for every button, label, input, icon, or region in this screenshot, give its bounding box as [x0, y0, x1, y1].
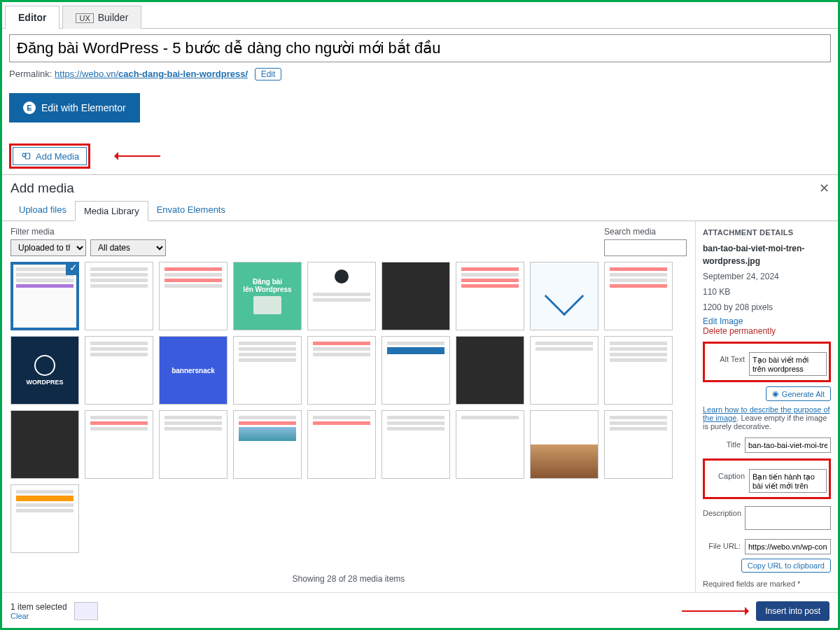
permalink-label: Permalink: — [9, 69, 52, 79]
media-thumb[interactable] — [604, 410, 673, 479]
media-thumb[interactable] — [456, 336, 524, 405]
details-header: ATTACHMENT DETAILS — [703, 228, 831, 237]
generate-alt-button[interactable]: ◉Generate Alt — [766, 386, 831, 401]
edit-image-link[interactable]: Edit Image — [703, 316, 831, 326]
permalink-row: Permalink: https://webo.vn/cach-dang-bai… — [9, 68, 831, 80]
media-icon — [20, 150, 31, 162]
selected-thumb[interactable] — [74, 602, 98, 620]
media-thumb[interactable] — [233, 336, 302, 405]
attachment-title-input[interactable] — [745, 438, 831, 453]
media-thumb[interactable] — [604, 336, 673, 405]
tab-envato[interactable]: Envato Elements — [148, 200, 234, 220]
alt-label: Alt Text — [707, 352, 745, 363]
elementor-label: Edit with Elementor — [41, 102, 126, 113]
clear-selection-link[interactable]: Clear — [10, 612, 67, 620]
media-thumb[interactable]: WORDPRES — [10, 336, 79, 405]
permalink-edit-button[interactable]: Edit — [255, 68, 282, 80]
required-note: Required fields are marked * — [703, 580, 831, 588]
tab-media-library[interactable]: Media Library — [75, 201, 148, 221]
media-thumb[interactable] — [307, 336, 376, 405]
description-label: Description — [703, 506, 741, 517]
thumb-text: lên Wordpress — [243, 286, 291, 293]
showing-count: Showing 28 of 28 media items — [10, 574, 687, 584]
media-thumb[interactable] — [85, 336, 153, 405]
modal-title: Add media — [10, 181, 74, 196]
alt-help: Learn how to describe the purpose of the… — [703, 405, 831, 430]
modal-tabs: Upload files Media Library Envato Elemen… — [2, 200, 838, 221]
media-thumb[interactable] — [10, 410, 79, 479]
media-thumb[interactable] — [456, 410, 524, 479]
permalink-slug: cach-dang-bai-len-wordpress/ — [118, 69, 248, 79]
ux-icon: UX — [76, 13, 93, 23]
fileurl-label: File URL: — [703, 539, 741, 550]
file-size: 110 KB — [703, 286, 831, 298]
media-thumb[interactable] — [159, 410, 227, 479]
thumb-text: bannersnack — [172, 367, 215, 374]
copy-url-button[interactable]: Copy URL to clipboard — [741, 559, 831, 573]
title-label: Title — [703, 438, 741, 449]
check-icon: ✓ — [66, 262, 79, 275]
add-media-modal: Add media ✕ Upload files Media Library E… — [2, 174, 838, 629]
tab-upload[interactable]: Upload files — [10, 200, 75, 220]
media-thumb[interactable] — [233, 410, 302, 479]
media-thumb[interactable] — [85, 262, 153, 330]
media-thumb[interactable] — [10, 484, 79, 553]
add-media-button[interactable]: Add Media — [13, 147, 87, 165]
attachment-details: ATTACHMENT DETAILS ban-tao-bai-viet-moi-… — [695, 221, 838, 592]
description-input[interactable] — [745, 506, 831, 530]
delete-link[interactable]: Delete permanently — [703, 326, 831, 336]
media-thumb[interactable] — [382, 410, 450, 479]
media-thumb[interactable]: ✓ — [10, 262, 79, 330]
media-thumb[interactable]: bannersnack — [159, 336, 227, 405]
search-label: Search media — [604, 227, 687, 237]
media-thumb[interactable] — [530, 336, 598, 405]
arrow-annotation — [118, 155, 160, 157]
tab-editor[interactable]: Editor — [5, 6, 59, 29]
media-thumb[interactable] — [530, 410, 598, 479]
media-thumb[interactable] — [307, 262, 376, 330]
add-media-label: Add Media — [36, 151, 79, 162]
modal-footer: 1 item selected Clear Insert into post — [2, 592, 838, 629]
filename: ban-tao-bai-viet-moi-tren-wordpress.jpg — [703, 242, 831, 267]
tab-builder[interactable]: UXBuilder — [62, 6, 141, 29]
permalink-link[interactable]: https://webo.vn/cach-dang-bai-len-wordpr… — [55, 69, 248, 79]
media-thumb[interactable] — [530, 262, 598, 330]
media-thumb[interactable] — [307, 410, 376, 479]
caption-label: Caption — [707, 469, 745, 480]
media-thumb[interactable] — [456, 262, 524, 330]
editor-tabs: Editor UXBuilder — [2, 2, 838, 29]
insert-into-post-button[interactable]: Insert into post — [756, 601, 830, 621]
media-thumb[interactable] — [382, 336, 450, 405]
permalink-base: https://webo.vn/ — [55, 69, 118, 79]
thumb-text: Đăng bài — [253, 278, 282, 286]
filter-label: Filter media — [10, 227, 166, 237]
elementor-icon: E — [23, 102, 36, 114]
media-thumb[interactable] — [382, 262, 450, 330]
tab-builder-label: Builder — [98, 12, 129, 23]
thumb-text: WORDPRES — [26, 379, 63, 386]
media-grid: ✓ Đăng bàilên Wordpress WORDPRES banners… — [10, 262, 687, 553]
search-input[interactable] — [604, 239, 687, 256]
media-thumb[interactable] — [159, 262, 227, 330]
close-icon[interactable]: ✕ — [819, 181, 830, 196]
filter-uploaded-select[interactable]: Uploaded to this p — [10, 239, 86, 256]
gen-alt-label: Generate Alt — [782, 390, 825, 398]
arrow-annotation — [682, 610, 745, 612]
media-thumb[interactable] — [85, 410, 153, 479]
post-title-input[interactable] — [9, 34, 831, 62]
edit-elementor-button[interactable]: E Edit with Elementor — [9, 93, 140, 122]
alt-text-input[interactable]: Tạo bài viết mới trên wordpress — [749, 352, 827, 376]
file-date: September 24, 2024 — [703, 270, 831, 283]
filter-dates-select[interactable]: All dates — [90, 239, 166, 256]
media-thumb[interactable]: Đăng bàilên Wordpress — [233, 262, 302, 330]
media-thumb[interactable] — [604, 262, 673, 330]
fileurl-input[interactable] — [745, 539, 831, 554]
selected-count: 1 item selected — [10, 602, 67, 612]
file-dims: 1200 by 208 pixels — [703, 301, 831, 314]
caption-input[interactable]: Bạn tiến hành tạo bài viết mới trên word… — [749, 469, 827, 493]
